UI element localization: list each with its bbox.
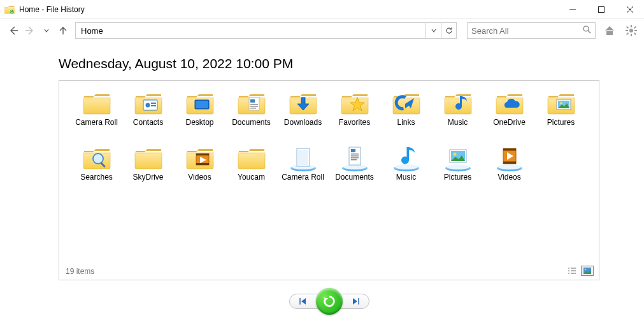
file-item-label: Searches: [80, 173, 113, 182]
svg-point-38: [629, 29, 633, 32]
search-input[interactable]: [471, 26, 583, 36]
maximize-button[interactable]: [587, 0, 615, 19]
file-item[interactable]: Youcam: [225, 145, 277, 199]
file-item-label: Videos: [497, 173, 520, 182]
file-item[interactable]: Pictures: [432, 145, 483, 199]
file-item-label: Music: [448, 118, 468, 127]
restore-button[interactable]: [316, 288, 343, 315]
file-item[interactable]: Favorites: [329, 90, 380, 145]
svg-rect-42: [634, 30, 637, 31]
view-details-button[interactable]: [566, 266, 578, 276]
file-item[interactable]: Music: [380, 145, 432, 199]
minimize-button[interactable]: [558, 0, 587, 19]
library-pictures-icon: [443, 145, 473, 171]
file-item-label: SkyDrive: [132, 173, 163, 182]
close-button[interactable]: [615, 0, 644, 19]
file-item-label: Videos: [188, 173, 211, 182]
snapshot-timestamp: Wednesday, August 10, 2022 10:00 PM: [59, 56, 599, 71]
file-item-label: Music: [396, 173, 416, 182]
window-title: Home - File History: [19, 5, 85, 14]
folder-onedrive-icon: [494, 90, 525, 117]
file-item-label: Links: [397, 118, 415, 127]
home-icon[interactable]: [602, 23, 617, 38]
folder-icon: [82, 90, 112, 117]
main-content: Wednesday, August 10, 2022 10:00 PM Came…: [0, 42, 644, 321]
file-item-label: Downloads: [284, 118, 322, 127]
svg-rect-41: [626, 30, 628, 31]
search-box[interactable]: [467, 22, 596, 39]
folder-pictures-icon: [546, 90, 576, 117]
file-item[interactable]: Contacts: [122, 90, 174, 145]
file-item[interactable]: Desktop: [174, 90, 225, 145]
file-item-label: Documents: [335, 173, 374, 182]
address-bar[interactable]: Home: [75, 22, 457, 39]
file-item-label: Camera Roll: [282, 173, 324, 182]
file-item[interactable]: Camera Roll: [71, 90, 122, 145]
file-item[interactable]: Links: [380, 90, 432, 145]
settings-gear-icon[interactable]: [624, 23, 639, 38]
status-item-count: 19 items: [66, 267, 94, 276]
back-button[interactable]: [6, 22, 20, 39]
forward-button[interactable]: [23, 22, 37, 39]
app-icon: [4, 4, 15, 15]
navbar: Home: [0, 19, 644, 42]
file-pane: Camera Roll Contacts Desktop Documents D…: [59, 80, 599, 280]
file-item-label: Favorites: [339, 118, 370, 127]
folder-desktop-icon: [185, 90, 215, 117]
file-item-label: Desktop: [185, 118, 213, 127]
refresh-button[interactable]: [441, 23, 456, 38]
file-item-label: Pictures: [547, 118, 575, 127]
svg-point-37: [583, 26, 589, 31]
folder-videos-icon: [185, 145, 215, 171]
up-button[interactable]: [56, 22, 70, 39]
svg-rect-46: [634, 32, 636, 35]
file-item[interactable]: Music: [432, 90, 483, 145]
library-music-icon: [391, 145, 422, 171]
svg-rect-44: [634, 26, 636, 29]
library-documents-icon: [340, 145, 370, 171]
titlebar: Home - File History: [0, 0, 644, 19]
file-item-label: Documents: [232, 118, 271, 127]
file-item[interactable]: Camera Roll: [277, 145, 329, 199]
svg-rect-43: [626, 26, 629, 29]
file-item-label: Camera Roll: [75, 118, 118, 127]
folder-documents-icon: [236, 90, 267, 117]
view-large-icons-button[interactable]: [581, 266, 594, 276]
folder-icon: [133, 145, 164, 171]
svg-rect-40: [631, 34, 632, 36]
file-item-label: OneDrive: [493, 118, 526, 127]
folder-favorites-icon: [340, 90, 370, 117]
svg-rect-36: [598, 6, 604, 12]
file-item[interactable]: Downloads: [277, 90, 329, 145]
file-item[interactable]: Pictures: [535, 90, 587, 145]
history-dropdown[interactable]: [39, 22, 54, 39]
svg-point-48: [585, 269, 586, 270]
file-item[interactable]: Documents: [225, 90, 277, 145]
folder-downloads-icon: [288, 90, 318, 117]
folder-music-icon: [443, 90, 473, 117]
file-item-label: Pictures: [444, 173, 471, 182]
library-videos-icon: [494, 145, 525, 171]
folder-icon: [236, 145, 267, 171]
file-item[interactable]: OneDrive: [483, 90, 535, 145]
svg-rect-39: [631, 25, 632, 27]
footer-controls: [59, 288, 599, 315]
address-path[interactable]: Home: [76, 23, 426, 38]
address-dropdown[interactable]: [426, 23, 441, 38]
file-item[interactable]: Searches: [71, 145, 122, 199]
folder-contacts-icon: [133, 90, 164, 117]
file-grid: Camera Roll Contacts Desktop Documents D…: [71, 90, 592, 199]
file-item[interactable]: Videos: [483, 145, 535, 199]
file-item-label: Contacts: [133, 118, 163, 127]
file-item[interactable]: Documents: [329, 145, 380, 199]
folder-searches-icon: [82, 145, 112, 171]
file-item-label: Youcam: [238, 173, 265, 182]
search-icon: [583, 25, 591, 36]
svg-rect-45: [626, 32, 629, 35]
file-item[interactable]: Videos: [174, 145, 225, 199]
file-item[interactable]: SkyDrive: [122, 145, 174, 199]
folder-links-icon: [391, 90, 422, 117]
view-buttons: [566, 266, 594, 276]
library-icon: [288, 145, 318, 171]
